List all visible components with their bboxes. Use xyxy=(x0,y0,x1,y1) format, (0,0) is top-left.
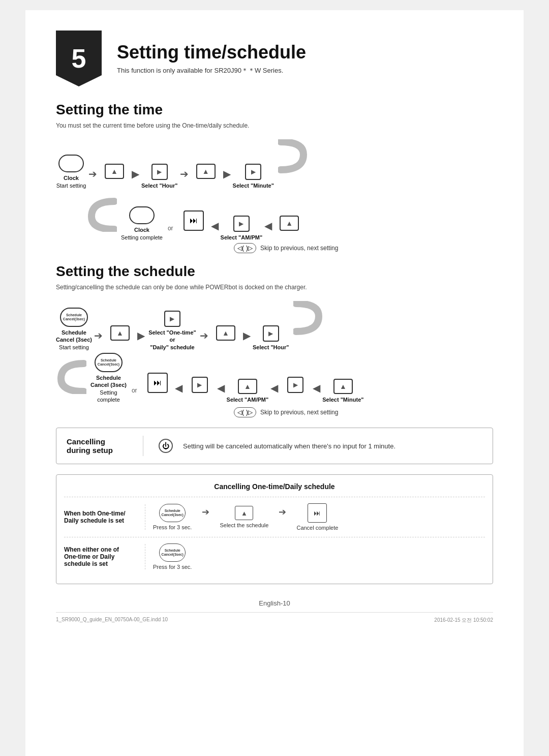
setting-schedule-desc: Setting/cancelling the schedule can only… xyxy=(56,284,493,291)
footer-page-number: English-10 xyxy=(56,599,493,607)
setting-time-title: Setting the time xyxy=(56,102,493,118)
cancel-skip: ⏭ xyxy=(308,503,327,523)
cancelling-setup-text: Setting will be canceled automatically w… xyxy=(183,442,395,450)
divider-line xyxy=(143,436,143,456)
schedule-bottom-step2 xyxy=(185,377,215,403)
select-minute-label: Select "Minute" xyxy=(233,182,274,189)
s-arrow-6: ◀ xyxy=(217,382,225,403)
cancel-press-label-1: Press for 3 sec. xyxy=(153,524,192,530)
arrow-cancel-1: ➔ xyxy=(202,506,209,528)
play-right-s2 xyxy=(263,325,279,342)
time-bottom-step3 xyxy=(274,216,304,241)
clock-label-2: Clock xyxy=(134,226,149,233)
page-title: Setting time/schedule xyxy=(117,42,306,63)
curve-right-1 xyxy=(278,139,309,180)
step-number: 5 xyxy=(72,43,86,74)
play-right-3 xyxy=(233,216,250,232)
cancel-oval-1: ScheduleCancel(3sec) xyxy=(159,504,186,522)
cancel-triangle: ▲ xyxy=(235,506,253,520)
start-setting-label: Start setting xyxy=(56,182,86,189)
arrow-1: ➔ xyxy=(88,168,97,189)
page: 5 Setting time/schedule This function is… xyxy=(25,10,524,756)
setting-schedule-title: Setting the schedule xyxy=(56,263,493,280)
next-track-1: ⏭ xyxy=(184,210,204,231)
triangle-up-s4 xyxy=(333,379,353,394)
select-minute-s-label: Select "Minute" xyxy=(322,396,363,403)
play-right-2 xyxy=(245,164,261,180)
schedule-start-label: Start setting xyxy=(59,344,89,351)
setting-complete-label: Setting complete xyxy=(121,234,163,241)
time-bottom-step1: Clock Setting complete xyxy=(121,206,163,241)
cancel-step2: ▲ Select the schedule xyxy=(220,506,268,528)
play-right-s4 xyxy=(287,377,303,393)
schedule-step2 xyxy=(105,325,135,351)
arrow-3: ➔ xyxy=(180,168,189,189)
skip-icons-2: ◁( )▷ xyxy=(234,407,256,417)
s-arrow-8: ◀ xyxy=(313,382,320,403)
s-arrow-1: ➔ xyxy=(94,329,103,351)
cancel-step1: ScheduleCancel(3sec) Press for 3 sec. xyxy=(153,504,192,530)
arrow-cancel-2: ➔ xyxy=(279,506,286,528)
schedule-skip-hint: ◁( )▷ Skip to previous, next setting xyxy=(234,407,493,417)
cancel-step3: ⏭ Cancel complete xyxy=(296,503,338,531)
schedule-bottom-row: ScheduleCancel(3sec) ScheduleCancel (3se… xyxy=(56,353,493,403)
time-bottom-step2: Select "AM/PM" xyxy=(221,216,263,241)
clock-button-1 xyxy=(58,155,84,172)
play-right-s3 xyxy=(192,377,208,393)
time-skip-hint: ◁( )▷ Skip to previous, next setting xyxy=(234,243,493,253)
or-text-1: or xyxy=(168,225,173,241)
next-track-2: ⏭ xyxy=(147,373,168,393)
s-arrow-7: ◀ xyxy=(270,382,278,403)
cancel-row-both: When both One-time/Daily schedule is set… xyxy=(64,497,485,537)
curve-right-2 xyxy=(293,301,324,342)
curve-left-2 xyxy=(56,353,86,394)
clock-label-1: Clock xyxy=(64,174,79,182)
schedule-oval-2: ScheduleCancel(3sec) xyxy=(95,353,123,372)
time-step5: Select "Minute" xyxy=(233,164,274,189)
schedule-step4 xyxy=(210,325,241,351)
schedule-diagram: ScheduleCancel(3sec) ScheduleCancel (3se… xyxy=(56,301,493,417)
clock-button-2 xyxy=(129,206,155,224)
footer-bar: 1_SR9000_Q_guide_EN_00750A-00_GE.indd 10… xyxy=(56,612,493,624)
cancel-either-step1: ScheduleCancel(3sec) Press for 3 sec. xyxy=(153,543,192,570)
cancelling-setup-title: Cancellingduring setup xyxy=(67,437,133,455)
schedule-top-row: ScheduleCancel(3sec) ScheduleCancel (3se… xyxy=(56,301,493,351)
cancelling-setup-box: Cancellingduring setup ⏻ Setting will be… xyxy=(56,428,493,464)
time-step3: Select "Hour" xyxy=(141,164,178,189)
triangle-up-3 xyxy=(280,216,299,231)
triangle-up-s3 xyxy=(238,379,257,394)
cancelling-schedule-title: Cancelling One-time/Daily schedule xyxy=(64,482,485,491)
schedule-cancel-label-1: ScheduleCancel (3sec) xyxy=(56,329,92,344)
time-skip-btn: ⏭ xyxy=(178,210,209,241)
arrow-5: ◀ xyxy=(211,220,219,241)
select-onetime-label: Select "One-time" or"Daily" schedule xyxy=(147,329,198,351)
time-step2 xyxy=(99,164,130,189)
cancel-both-content: ScheduleCancel(3sec) Press for 3 sec. ➔ … xyxy=(153,503,485,531)
schedule-oval-1: ScheduleCancel(3sec) xyxy=(60,308,88,327)
cancel-press-label-2: Press for 3 sec. xyxy=(153,564,192,570)
cancelling-schedule-box: Cancelling One-time/Daily schedule When … xyxy=(56,474,493,584)
page-subtitle: This function is only available for SR20… xyxy=(117,66,306,75)
step-number-badge: 5 xyxy=(56,31,102,86)
triangle-up-2 xyxy=(196,164,216,179)
setting-schedule-section: Setting the schedule Setting/cancelling … xyxy=(56,263,493,417)
power-icon: ⏻ xyxy=(159,439,173,453)
cancel-either-label: When either one ofOne-time or Dailysched… xyxy=(64,544,145,569)
header-section: 5 Setting time/schedule This function is… xyxy=(56,31,493,86)
schedule-step3: Select "One-time" or"Daily" schedule xyxy=(147,311,198,351)
arrow-2: ▶ xyxy=(132,168,139,189)
s-arrow-5: ◀ xyxy=(175,382,182,403)
play-right-1 xyxy=(151,164,168,180)
s-arrow-2: ▶ xyxy=(137,329,145,351)
schedule-bottom-step1: ScheduleCancel(3sec) ScheduleCancel (3se… xyxy=(90,353,127,403)
skip-hint-text-2: Skip to previous, next setting xyxy=(260,409,338,416)
footer-date: 2016-02-15 오전 10:50:02 xyxy=(434,617,493,624)
schedule-cancel-label-2: ScheduleCancel (3sec) xyxy=(90,374,127,389)
time-step4 xyxy=(191,164,221,189)
schedule-step5: Select "Hour" xyxy=(253,325,289,351)
header-text: Setting time/schedule This function is o… xyxy=(117,42,306,75)
triangle-up-s2 xyxy=(216,325,235,341)
or-text-2: or xyxy=(132,387,137,403)
schedule-bottom-step5: Select "Minute" xyxy=(322,379,363,403)
s-arrow-3: ➔ xyxy=(200,329,208,351)
